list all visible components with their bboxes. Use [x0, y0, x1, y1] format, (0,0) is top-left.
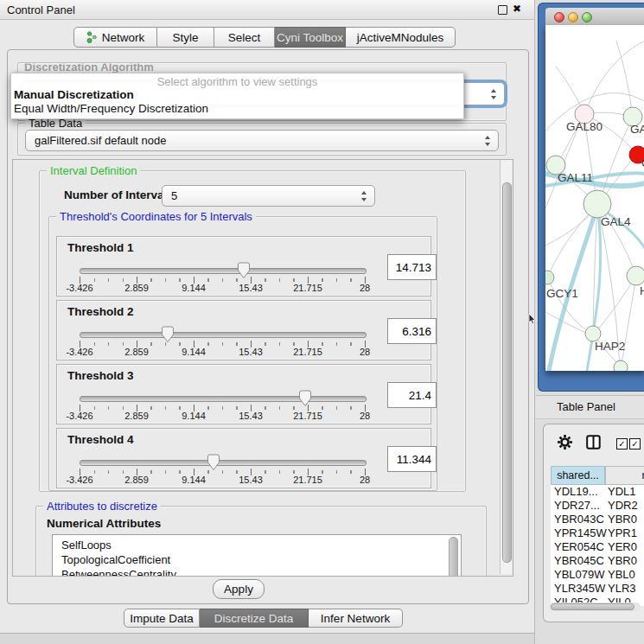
dropdown-option-equal-width-frequency[interactable]: Equal Width/Frequency Discretization: [11, 102, 466, 115]
mac-close-icon[interactable]: [554, 12, 564, 22]
threshold-1-panel: Threshold 1 -3.4262.8599.14415.4321.7152…: [56, 236, 431, 296]
threshold-1-value-field[interactable]: [387, 254, 437, 280]
list-item-topologicalcoefficient[interactable]: TopologicalCoefficient: [61, 552, 170, 567]
table-row[interactable]: YER054CYER0: [551, 540, 644, 554]
bottom-tab-bar: Impute Data Discretize Data Infer Networ…: [124, 609, 403, 628]
thresholds-group-title: Threshold's Coordinates for 5 Intervals: [56, 210, 256, 223]
table-row[interactable]: YLR345WYLR3: [551, 582, 644, 596]
checkbox-icon[interactable]: ✓: [616, 438, 628, 450]
node-gcy1[interactable]: [545, 271, 554, 284]
dropdown-placeholder-item[interactable]: Select algorithm to view settings: [11, 75, 463, 88]
number-of-intervals-label: Number of Intervals: [64, 188, 174, 201]
node-label-gal4: GAL4: [601, 215, 631, 228]
table-row[interactable]: YDL19...YDL1: [551, 485, 644, 499]
slider-track[interactable]: [80, 268, 367, 274]
slider-scale-labels: -3.4262.8599.14415.4321.71528: [80, 347, 365, 357]
checkbox-icon[interactable]: ✓: [629, 438, 641, 450]
columns-icon[interactable]: [586, 435, 601, 452]
column-header-shared[interactable]: shared...: [551, 466, 605, 485]
gear-icon[interactable]: [557, 434, 573, 453]
attributes-list[interactable]: SelfLoops TopologicalCoefficient Between…: [52, 534, 462, 577]
slider-track[interactable]: [80, 332, 367, 338]
attributes-group: Attributes to discretize Numerical Attri…: [35, 506, 487, 577]
table-row[interactable]: YDR27...YDR2: [551, 499, 644, 513]
tab-style[interactable]: Style: [157, 27, 214, 48]
node-right-h[interactable]: [627, 266, 644, 285]
tab-cyni-toolbox-label: Cyni Toolbox: [277, 31, 343, 44]
tab-discretize-data[interactable]: Discretize Data: [200, 609, 309, 628]
node-gal4[interactable]: [583, 190, 611, 218]
combo-arrows-icon: [485, 136, 491, 146]
threshold-3-label: Threshold 3: [67, 369, 134, 382]
tab-select[interactable]: Select: [214, 27, 275, 48]
settings-vertical-scrollbar[interactable]: [500, 160, 512, 574]
list-item-selfloops[interactable]: SelfLoops: [61, 538, 112, 552]
combo-arrows-icon: [491, 89, 497, 99]
table-row[interactable]: YBR043CYBR0: [551, 513, 644, 526]
algorithm-dropdown-popup: Select algorithm to view settings Manual…: [10, 73, 464, 119]
combo-arrows-icon: [361, 191, 367, 201]
close-icon[interactable]: ✖: [513, 3, 521, 15]
table-row[interactable]: YBR045CYBR0: [551, 554, 644, 568]
mac-minimize-icon[interactable]: [568, 12, 578, 22]
network-graph[interactable]: GAL80 GA C GAL11 GAL4 GCY1 H HAP2: [545, 25, 644, 371]
slider-track[interactable]: [80, 396, 367, 402]
network-canvas[interactable]: GAL80 GA C GAL11 GAL4 GCY1 H HAP2: [545, 25, 644, 371]
float-window-icon[interactable]: [498, 5, 507, 15]
table-panel-body: ✓ ✓ shared... n YDL19...YDL1 YDR27...YDR…: [543, 424, 644, 622]
number-of-intervals-combo[interactable]: 5: [162, 185, 375, 207]
thresholds-group: Threshold's Coordinates for 5 Intervals …: [48, 216, 437, 491]
tab-impute-data-label: Impute Data: [130, 612, 194, 625]
table-row[interactable]: YPR145WYPR1: [551, 526, 644, 540]
table-row[interactable]: YBL079WYBL0: [551, 568, 644, 582]
tab-style-label: Style: [172, 31, 198, 44]
network-icon: [86, 31, 98, 43]
table-horizontal-scrollbar[interactable]: [549, 603, 641, 611]
mac-zoom-icon[interactable]: [582, 12, 592, 22]
threshold-4-value-field[interactable]: [387, 446, 437, 472]
slider-scale-labels: -3.4262.8599.14415.4321.71528: [80, 411, 365, 421]
node-bottom[interactable]: [614, 360, 628, 371]
table-data-combo[interactable]: galFiltered.sif default node: [25, 130, 499, 151]
tab-network[interactable]: Network: [73, 27, 157, 48]
screen: Control Panel ✖ Network Style Select Cyn…: [0, 0, 644, 644]
threshold-3-value-field[interactable]: [387, 382, 437, 408]
tab-impute-data[interactable]: Impute Data: [124, 609, 200, 628]
node-label-gal11: GAL11: [558, 171, 593, 184]
node-label-gal80: GAL80: [566, 120, 603, 133]
slider-scale-labels: -3.4262.8599.14415.4321.71528: [80, 283, 365, 293]
threshold-4-panel: Threshold 4 -3.4262.8599.14415.4321.7152…: [56, 428, 431, 488]
numerical-attributes-label: Numerical Attributes: [47, 517, 161, 530]
tab-network-label: Network: [102, 31, 145, 44]
list-item-betweennesscentrality[interactable]: BetweennessCentrality: [61, 567, 176, 577]
control-panel-titlebar: Control Panel ✖: [0, 0, 534, 20]
control-panel-title: Control Panel: [7, 3, 75, 16]
mouse-cursor: [528, 314, 537, 328]
tab-jactivemnodules[interactable]: jActiveMNodules: [346, 27, 456, 48]
number-of-intervals-value: 5: [171, 189, 177, 202]
node-label-gcy1: GCY1: [546, 287, 578, 300]
interval-definition-title: Interval Definition: [47, 164, 140, 177]
dropdown-option-manual-discretization[interactable]: Manual Discretization: [11, 88, 466, 101]
apply-button[interactable]: Apply: [213, 579, 265, 599]
tab-infer-network[interactable]: Infer Network: [309, 609, 403, 628]
threshold-2-label: Threshold 2: [67, 305, 134, 318]
node-label-hap2: HAP2: [595, 340, 625, 353]
tab-infer-network-label: Infer Network: [321, 612, 390, 625]
attributes-list-scrollbar[interactable]: [449, 537, 458, 577]
threshold-2-panel: Threshold 2 -3.4262.8599.14415.4321.7152…: [56, 300, 431, 360]
network-window-titlebar[interactable]: [545, 8, 644, 26]
threshold-2-value-field[interactable]: [387, 318, 437, 344]
slider-track[interactable]: [80, 460, 367, 466]
node-label-partial-h: H: [640, 284, 644, 297]
node-label-partial-ga: GA: [630, 123, 644, 136]
threshold-3-panel: Threshold 3 -3.4262.8599.14415.4321.7152…: [56, 364, 431, 424]
table-panel-titlebar[interactable]: Table Panel: [536, 395, 644, 419]
threshold-4-label: Threshold 4: [67, 433, 134, 446]
tab-cyni-toolbox[interactable]: Cyni Toolbox: [275, 27, 346, 48]
network-view-window[interactable]: GAL80 GA C GAL11 GAL4 GCY1 H HAP2: [538, 3, 644, 392]
column-header-name[interactable]: n: [605, 466, 644, 485]
scrollbar-thumb[interactable]: [502, 182, 512, 563]
scrollbar-thumb[interactable]: [551, 603, 634, 610]
table-panel-title: Table Panel: [557, 400, 615, 413]
